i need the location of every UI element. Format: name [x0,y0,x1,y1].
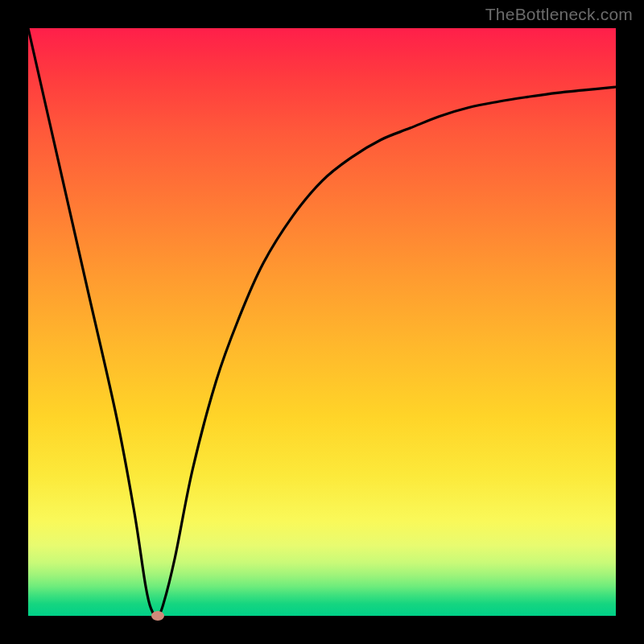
curve-svg [28,28,616,616]
minimum-marker [151,611,164,621]
plot-area [28,28,616,616]
chart-frame: TheBottleneck.com [0,0,644,644]
watermark-text: TheBottleneck.com [485,5,633,24]
bottleneck-curve-path [28,28,616,616]
